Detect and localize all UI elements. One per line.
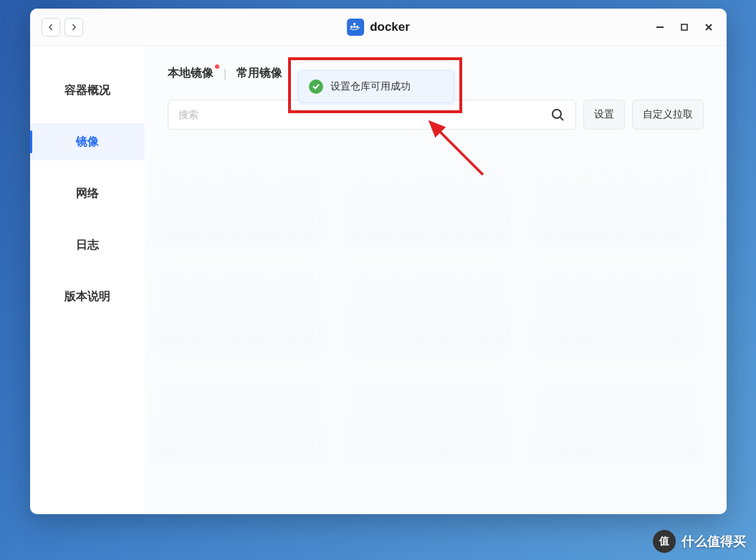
minimize-button[interactable] xyxy=(654,21,666,34)
title-center: docker xyxy=(347,19,410,36)
toast-message: 设置仓库可用成功 xyxy=(330,80,411,93)
nav-buttons xyxy=(42,18,83,37)
blurred-card xyxy=(531,372,704,465)
success-toast: 设置仓库可用成功 xyxy=(298,70,454,103)
watermark-text: 什么值得买 xyxy=(681,533,746,550)
tab-common-images[interactable]: 常用镜像 xyxy=(236,66,282,81)
search-input[interactable] xyxy=(178,109,550,120)
sidebar: 容器概况 镜像 网络 日志 版本说明 xyxy=(30,46,145,514)
sidebar-item-network[interactable]: 网络 xyxy=(30,175,145,212)
window-controls xyxy=(654,21,715,34)
sidebar-item-container-overview[interactable]: 容器概况 xyxy=(30,72,145,109)
custom-pull-button[interactable]: 自定义拉取 xyxy=(632,100,704,130)
svg-rect-0 xyxy=(350,26,353,28)
sidebar-item-logs[interactable]: 日志 xyxy=(30,226,145,264)
blurred-card xyxy=(152,262,325,355)
search-icon xyxy=(550,107,565,122)
docker-logo-icon xyxy=(347,19,364,36)
window-body: 容器概况 镜像 网络 日志 版本说明 本地镜像 | 常用镜像 xyxy=(30,46,727,514)
back-button[interactable] xyxy=(42,18,60,37)
maximize-button[interactable] xyxy=(678,21,691,34)
titlebar: docker xyxy=(30,9,727,46)
close-button[interactable] xyxy=(702,21,715,34)
blurred-card xyxy=(342,262,515,355)
forward-button[interactable] xyxy=(64,18,83,37)
chevron-left-icon xyxy=(47,24,54,31)
search-box[interactable] xyxy=(168,100,576,130)
watermark: 值 什么值得买 xyxy=(653,530,746,553)
chevron-right-icon xyxy=(70,24,77,31)
svg-rect-5 xyxy=(681,24,687,30)
blurred-card xyxy=(531,152,704,245)
notification-dot-icon xyxy=(215,64,219,69)
sidebar-item-version-notes[interactable]: 版本说明 xyxy=(30,278,145,315)
svg-point-8 xyxy=(552,110,561,118)
sidebar-item-images[interactable]: 镜像 xyxy=(30,123,145,160)
blurred-card xyxy=(342,152,515,245)
close-icon xyxy=(704,22,714,32)
blurred-card xyxy=(152,152,325,245)
svg-rect-2 xyxy=(353,23,355,25)
watermark-badge-icon: 值 xyxy=(653,530,676,553)
blurred-card xyxy=(531,262,704,355)
settings-button[interactable]: 设置 xyxy=(583,100,625,130)
search-row: 设置 自定义拉取 xyxy=(168,100,704,130)
blurred-card xyxy=(152,372,325,465)
tab-label: 本地镜像 xyxy=(168,67,214,79)
tab-label: 常用镜像 xyxy=(236,67,282,79)
app-title: docker xyxy=(370,20,410,34)
tab-separator: | xyxy=(224,67,226,80)
blurred-content-grid xyxy=(152,146,704,514)
svg-rect-3 xyxy=(356,26,358,28)
check-circle-icon xyxy=(309,79,323,94)
svg-line-9 xyxy=(560,117,563,120)
maximize-icon xyxy=(679,22,689,32)
minimize-icon xyxy=(655,22,665,32)
tab-local-images[interactable]: 本地镜像 xyxy=(168,66,214,81)
blurred-card xyxy=(342,372,515,465)
main-content: 本地镜像 | 常用镜像 设置 自定义拉取 xyxy=(145,46,727,514)
svg-rect-1 xyxy=(353,26,355,28)
watermark-badge-text: 值 xyxy=(659,535,669,548)
